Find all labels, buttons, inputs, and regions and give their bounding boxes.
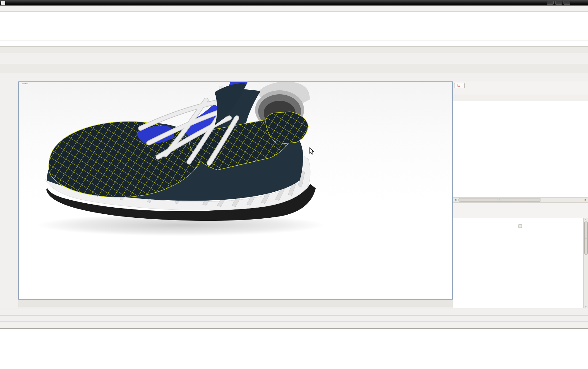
properties-icon-bar <box>453 210 588 218</box>
layers-hscrollbar[interactable]: ◀ ⋮⋮⋮ ▶ <box>453 197 588 202</box>
layers-header <box>453 95 588 100</box>
custom-mesh-checkbox[interactable] <box>518 224 522 228</box>
mouse-cursor <box>309 147 314 155</box>
title-bar <box>0 0 588 6</box>
layers-toolbar <box>453 88 588 95</box>
selection-filter-bar <box>0 315 588 322</box>
minimize-button[interactable] <box>547 1 554 5</box>
close-button[interactable] <box>564 1 570 5</box>
command-prompt[interactable] <box>0 40 588 47</box>
properties-body: ▲ ≡ ▼ <box>453 218 588 308</box>
status-bar <box>0 322 588 328</box>
custom-mesh-row <box>453 223 583 229</box>
viewport-title[interactable] <box>22 83 25 84</box>
osnap-bar <box>0 308 588 315</box>
main-toolbar <box>0 53 588 64</box>
scroll-left-icon[interactable]: ◀ <box>453 198 458 201</box>
toolbar-gap <box>0 64 588 66</box>
scroll-up-icon[interactable]: ▲ <box>585 218 587 220</box>
app-icon <box>1 1 5 5</box>
layers-icon: ❏ <box>457 83 460 87</box>
menu-bar <box>0 6 588 12</box>
properties-tabs <box>453 203 588 210</box>
page-background <box>0 329 588 366</box>
left-tool-palette <box>0 81 18 308</box>
tab-layers[interactable]: ❏ <box>454 83 465 88</box>
properties-vscrollbar[interactable]: ▲ ≡ ▼ <box>583 218 588 308</box>
viewport-menu-caret-icon[interactable] <box>25 83 28 84</box>
right-panel: ❏ ◀ ⋮⋮⋮ ▶ <box>453 81 588 308</box>
shoe-render <box>19 82 452 299</box>
tools-toolbar <box>0 73 588 81</box>
properties-panel: ▲ ≡ ▼ <box>453 203 588 308</box>
viewport-tabs <box>18 299 453 307</box>
object-section-header <box>453 218 583 220</box>
scroll-thumb[interactable]: ≡ <box>584 221 588 255</box>
layers-list <box>453 100 588 197</box>
scroll-down-icon[interactable]: ▼ <box>585 306 587 308</box>
perspective-viewport[interactable] <box>18 81 453 299</box>
rhino-window: ❏ ◀ ⋮⋮⋮ ▶ <box>0 0 588 329</box>
render-mesh-section-header <box>453 220 583 223</box>
command-history[interactable] <box>0 12 588 40</box>
layers-panel: ❏ ◀ ⋮⋮⋮ ▶ <box>453 81 588 203</box>
scroll-thumb[interactable]: ⋮⋮⋮ <box>458 198 541 202</box>
ribbon-tabs <box>0 47 588 53</box>
maximize-button[interactable] <box>555 1 562 5</box>
scroll-right-icon[interactable]: ▶ <box>583 198 588 201</box>
tool-group-tabs <box>0 66 588 73</box>
